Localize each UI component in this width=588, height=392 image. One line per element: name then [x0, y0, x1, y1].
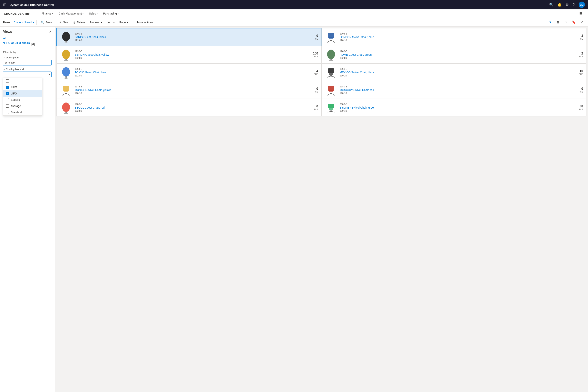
item-more-icon[interactable]: ⋮ — [582, 48, 585, 51]
item-card[interactable]: 1988-S SEOUL Guest Chair, red 192.80 0 P… — [56, 99, 322, 116]
item-name[interactable]: ROME Guest Chair, green — [340, 53, 576, 56]
search-icon[interactable]: 🔍 — [549, 2, 554, 7]
dropdown-option-standard: Standard — [11, 111, 22, 114]
app-title: Dynamics 365 Business Central — [10, 3, 546, 6]
more-icon[interactable]: ⋮ — [36, 43, 40, 46]
remove-costing-filter-icon[interactable]: ✕ — [3, 68, 5, 71]
item-unit: PCS — [314, 108, 318, 110]
svg-line-33 — [62, 94, 63, 96]
dropdown-item-fifo[interactable]: ✓ FIFO — [3, 84, 42, 90]
checkbox-specific[interactable] — [6, 98, 9, 101]
filter-view-actions: 💾 ⋮ — [31, 43, 40, 46]
item-card[interactable]: 1980-S MOSCOW Swivel Chair, red 190.10 0… — [322, 81, 586, 99]
item-quantity: 0 — [314, 34, 318, 38]
item-name[interactable]: LONDON Swivel Chair, blue — [340, 36, 576, 38]
nav-hamburger-icon[interactable]: ☰ — [578, 10, 584, 17]
search-button[interactable]: 🔍 Search — [39, 20, 56, 25]
item-image — [325, 84, 337, 96]
item-button[interactable]: Item ▾ — [105, 20, 116, 25]
costing-method-select[interactable] — [3, 72, 52, 77]
filter-view-link[interactable]: *FIFO or LIFO chairs — [3, 41, 30, 44]
svg-rect-28 — [63, 86, 69, 91]
item-quantity: 38 — [578, 105, 583, 108]
filter-label[interactable]: Custom filtered ▾ — [14, 21, 34, 24]
dropdown-item-specific[interactable]: Specific — [3, 97, 42, 103]
description-input[interactable] — [3, 60, 52, 66]
delete-button[interactable]: 🗑 Delete — [71, 20, 87, 25]
toolbar-right: ▼ ⊞ ℹ 🔖 ⤢ — [547, 19, 585, 26]
item-more-icon[interactable]: ⋮ — [316, 83, 320, 86]
nav-item-cash-management[interactable]: Cash Management ▾ — [56, 10, 86, 18]
item-name[interactable]: MOSCOW Swivel Chair, red — [340, 88, 576, 92]
svg-point-14 — [327, 50, 335, 59]
item-card[interactable]: 1972-S MUNICH Swivel Chair, yellow 190.1… — [56, 81, 322, 99]
item-card[interactable]: 1908-S LONDON Swivel Chair, blue 190.10 … — [322, 28, 586, 46]
checkbox-average[interactable] — [6, 104, 9, 108]
item-image — [60, 101, 72, 114]
dropdown-item-lifo[interactable]: ✓ LIFO — [3, 90, 42, 97]
expand-icon[interactable]: ⤢ — [578, 19, 585, 26]
item-unit: PCS — [578, 108, 583, 110]
view-toggle-icon[interactable]: ⊞ — [555, 19, 561, 26]
item-name[interactable]: MUNICH Swivel Chair, yellow — [75, 88, 311, 92]
info-icon[interactable]: ℹ — [563, 19, 569, 26]
item-quantity: 0 — [314, 105, 318, 108]
filter-close-button[interactable]: ✕ — [49, 30, 52, 34]
checkbox-empty[interactable] — [6, 80, 9, 82]
filter-panel-title: Views — [3, 30, 12, 34]
dropdown-option-fifo: FIFO — [11, 86, 17, 89]
item-more-icon[interactable]: ⋮ — [316, 30, 320, 33]
filter-panel-header: Views ✕ — [3, 30, 52, 34]
checkbox-fifo[interactable]: ✓ — [6, 86, 9, 89]
item-quantity: 2 — [578, 52, 583, 55]
search-icon: 🔍 — [41, 21, 44, 24]
item-name[interactable]: PARIS Guest Chair, black — [75, 36, 311, 38]
settings-icon[interactable]: ⚙ — [566, 2, 569, 7]
main-nav: CRONUS USA, Inc. Finance ▾ Cash Manageme… — [0, 10, 588, 18]
item-name[interactable]: BERLIN Guest Chair, yellow — [75, 53, 310, 56]
remove-description-filter-icon[interactable]: ✕ — [3, 56, 5, 59]
svg-line-8 — [328, 42, 328, 42]
waffle-menu-icon[interactable]: ⊞ — [3, 2, 6, 7]
item-more-icon[interactable]: ⋮ — [316, 48, 320, 51]
nav-item-purchasing[interactable]: Purchasing ▾ — [101, 10, 121, 18]
item-card[interactable]: 1964-S TOKYO Guest Chair, blue 192.80 4 … — [56, 64, 322, 81]
item-more-icon[interactable]: ⋮ — [316, 100, 320, 104]
item-more-icon[interactable]: ⋮ — [582, 30, 585, 33]
svg-point-13 — [64, 60, 68, 61]
svg-rect-15 — [330, 58, 332, 60]
save-icon[interactable]: 💾 — [31, 43, 35, 46]
avatar[interactable]: BC — [578, 2, 585, 8]
item-name[interactable]: SYDNEY Swivel Chair, green — [340, 106, 576, 109]
dropdown-item-average[interactable]: Average — [3, 103, 42, 109]
nav-item-sales[interactable]: Sales ▾ — [87, 10, 100, 18]
nav-item-finance[interactable]: Finance ▾ — [39, 10, 56, 18]
item-card[interactable]: 2000-S SYDNEY Swivel Chair, green 190.10… — [322, 99, 586, 116]
new-button[interactable]: ＋ New — [57, 20, 70, 25]
bookmark-icon[interactable]: 🔖 — [571, 19, 577, 26]
item-name[interactable]: MEXICO Swivel Chair, black — [340, 71, 576, 74]
dropdown-item-standard[interactable]: Standard — [3, 109, 42, 116]
dropdown-item-empty[interactable] — [3, 78, 42, 84]
item-card[interactable]: 1968-S MEXICO Swivel Chair, black 190.10… — [322, 64, 586, 81]
page-button[interactable]: Page ▾ — [118, 20, 130, 25]
item-card[interactable]: 1900-S PARIS Guest Chair, black 192.80 0… — [56, 28, 322, 46]
checkbox-standard[interactable] — [6, 111, 9, 114]
item-name[interactable]: SEOUL Guest Chair, red — [75, 106, 311, 109]
item-more-icon[interactable]: ⋮ — [316, 65, 320, 68]
filter-all-link[interactable]: All — [3, 37, 52, 40]
checkbox-lifo[interactable]: ✓ — [6, 92, 9, 95]
notification-icon[interactable]: 🔔 — [558, 2, 562, 7]
item-more-icon[interactable]: ⋮ — [582, 83, 585, 86]
more-options-button[interactable]: More options — [135, 20, 155, 25]
item-card[interactable]: 1960-S ROME Guest Chair, green 192.80 2 … — [322, 46, 586, 64]
item-name[interactable]: TOKYO Guest Chair, blue — [75, 71, 311, 74]
item-more-icon[interactable]: ⋮ — [582, 65, 585, 68]
process-button[interactable]: Process ▾ — [88, 20, 104, 25]
chevron-down-icon: ▾ — [97, 12, 98, 14]
help-icon[interactable]: ? — [573, 3, 575, 7]
item-more-icon[interactable]: ⋮ — [582, 100, 585, 104]
filter-active-icon[interactable]: ▼ — [547, 19, 554, 26]
item-card[interactable]: 1936-S BERLIN Guest Chair, yellow 192.80… — [56, 46, 322, 64]
item-info: 2000-S SYDNEY Swivel Chair, green 190.10 — [340, 103, 576, 112]
